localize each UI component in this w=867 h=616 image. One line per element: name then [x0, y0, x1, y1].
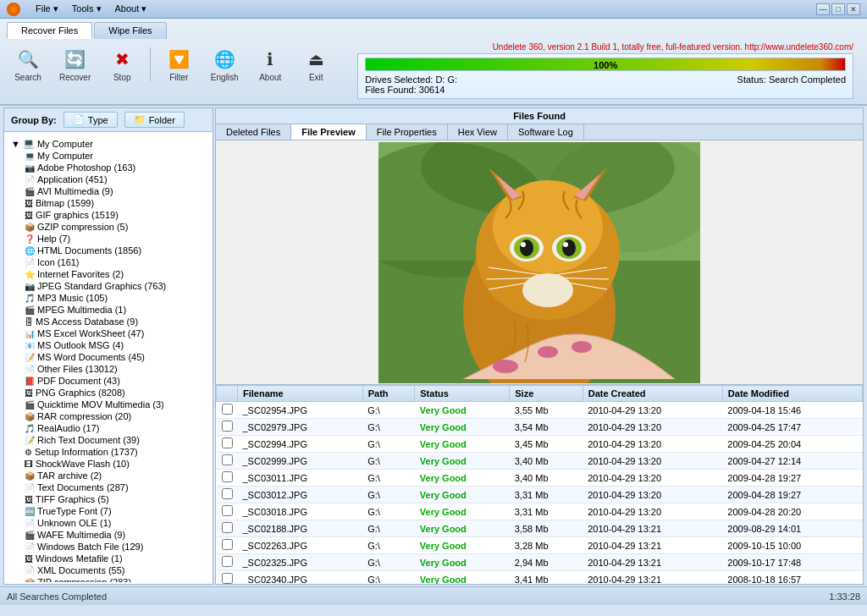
preview-image — [378, 142, 700, 383]
row-check[interactable] — [217, 419, 238, 436]
folder-icon: 📁 — [134, 114, 146, 125]
tree-item[interactable]: 🎬AVI Multimedia (9) — [21, 185, 209, 197]
english-button[interactable]: 🌐 English — [203, 42, 246, 85]
preview-tab-file-preview[interactable]: File Preview — [291, 124, 367, 140]
tree-item[interactable]: ⭐Internet Favorites (2) — [21, 268, 209, 280]
preview-tab-hex-view[interactable]: Hex View — [448, 124, 508, 140]
stop-button[interactable]: ✖ Stop — [101, 42, 143, 85]
tree-item[interactable]: 🖼Bitmap (1599) — [21, 197, 209, 209]
row-created: 2010-04-29 13:21 — [583, 520, 722, 537]
tab-recover-files[interactable]: Recover Files — [7, 22, 92, 39]
ad-banner[interactable]: Undelete 360, version 2.1 Build 1, total… — [351, 42, 860, 52]
recover-button[interactable]: 🔄 Recover — [52, 42, 97, 85]
tree-item[interactable]: 📄Other Files (13012) — [21, 363, 209, 375]
tree-item[interactable]: 🗄MS Access Database (9) — [21, 316, 209, 327]
preview-tabs: Deleted FilesFile PreviewFile Properties… — [215, 124, 864, 140]
tree-item[interactable]: 📄Windows Batch File (129) — [21, 541, 209, 553]
row-check[interactable] — [217, 487, 238, 503]
maximize-button[interactable]: □ — [831, 3, 845, 15]
minimize-button[interactable]: — — [816, 3, 830, 15]
tree-item[interactable]: 🖼PNG Graphics (8208) — [21, 387, 209, 399]
group-by-folder-button[interactable]: 📁 Folder — [124, 112, 185, 128]
tree-item[interactable]: 🎞ShockWave Flash (10) — [21, 458, 209, 470]
menu-tools[interactable]: Tools ▾ — [67, 2, 107, 16]
table-row[interactable]: _SC02325.JPG G:\ Very Good 2,94 Mb 2010-… — [217, 554, 863, 571]
table-row[interactable]: _SC03018.JPG G:\ Very Good 3,31 Mb 2010-… — [217, 503, 863, 520]
tree-item[interactable]: 📦TAR archive (2) — [21, 470, 209, 481]
tree-item[interactable]: 💻My Computer — [21, 150, 209, 162]
tree-item[interactable]: 🎵MP3 Music (105) — [21, 292, 209, 304]
tree-item[interactable]: 📝MS Word Documents (45) — [21, 351, 209, 363]
menu-file[interactable]: File ▾ — [30, 2, 64, 16]
table-row[interactable]: _SC02999.JPG G:\ Very Good 3,40 Mb 2010-… — [217, 453, 863, 470]
row-path: G:\ — [362, 436, 415, 453]
col-filename[interactable]: Filename — [238, 386, 363, 402]
tree-item[interactable]: 📦ZIP compression (283) — [21, 576, 209, 582]
tree-item[interactable]: 📄Unknown OLE (1) — [21, 517, 209, 529]
tree-item[interactable]: ⚙Setup Information (1737) — [21, 446, 209, 458]
about-button[interactable]: ℹ About — [249, 42, 291, 85]
svg-point-27 — [522, 273, 573, 307]
tree-item[interactable]: 🎵RealAudio (17) — [21, 422, 209, 434]
tree-item[interactable]: 📊MS Excel WorkSheet (47) — [21, 327, 209, 339]
row-check[interactable] — [217, 537, 238, 554]
row-check[interactable] — [217, 470, 238, 487]
status-info: Drives Selected: D: G: Files Found: 3061… — [365, 74, 846, 95]
table-row[interactable]: _SC02954.JPG G:\ Very Good 3,55 Mb 2010-… — [217, 402, 863, 419]
col-size[interactable]: Size — [510, 386, 583, 402]
tree-item[interactable]: 🔤TrueType Font (7) — [21, 505, 209, 517]
preview-tab-software-log[interactable]: Software Log — [508, 124, 584, 140]
tree-item[interactable]: 📄Icon (161) — [21, 256, 209, 268]
progress-label: 100% — [366, 58, 845, 72]
tree-item[interactable]: 📄Application (451) — [21, 173, 209, 185]
type-icon: 📄 — [73, 114, 85, 125]
row-check[interactable] — [217, 571, 238, 586]
table-row[interactable]: _SC02979.JPG G:\ Very Good 3,54 Mb 2010-… — [217, 419, 863, 436]
row-path: G:\ — [362, 487, 415, 503]
tree-item[interactable]: ❓Help (7) — [21, 233, 209, 245]
table-row[interactable]: _SC02340.JPG G:\ Very Good 3,41 Mb 2010-… — [217, 571, 863, 586]
tree-node-root[interactable]: ▼ 💻 My Computer — [8, 137, 209, 150]
preview-tab-file-properties[interactable]: File Properties — [367, 124, 448, 140]
drives-status: Drives Selected: D: G: Files Found: 3061… — [365, 74, 457, 95]
row-check[interactable] — [217, 520, 238, 537]
tree-item[interactable]: 🌐HTML Documents (1856) — [21, 245, 209, 256]
table-row[interactable]: _SC03011.JPG G:\ Very Good 3,40 Mb 2010-… — [217, 470, 863, 487]
tree-item[interactable]: 📷JPEG Standard Graphics (763) — [21, 280, 209, 292]
tree-item[interactable]: 🎬MPEG Multimedia (1) — [21, 304, 209, 316]
menu-about[interactable]: About ▾ — [110, 2, 152, 16]
row-check[interactable] — [217, 554, 238, 571]
tree-item[interactable]: 📧MS Outlook MSG (4) — [21, 339, 209, 351]
tree-item[interactable]: 🎬WAFE Multimedia (9) — [21, 529, 209, 541]
search-button[interactable]: 🔍 Search — [7, 42, 49, 85]
col-modified[interactable]: Date Modified — [722, 386, 862, 402]
tree-item[interactable]: 🖼GIF graphics (1519) — [21, 209, 209, 221]
tree-item[interactable]: 🖼TIFF Graphics (5) — [21, 493, 209, 505]
table-row[interactable]: _SC02188.JPG G:\ Very Good 3,58 Mb 2010-… — [217, 520, 863, 537]
row-check[interactable] — [217, 453, 238, 470]
table-row[interactable]: _SC02994.JPG G:\ Very Good 3,45 Mb 2010-… — [217, 436, 863, 453]
tree-item[interactable]: 📕PDF Document (43) — [21, 375, 209, 387]
exit-button[interactable]: ⏏ Exit — [295, 42, 337, 85]
tree-item[interactable]: 🎬Quicktime MOV Multimedia (3) — [21, 399, 209, 410]
filter-button[interactable]: 🔽 Filter — [157, 42, 200, 85]
table-row[interactable]: _SC03012.JPG G:\ Very Good 3,31 Mb 2010-… — [217, 487, 863, 503]
tree-item[interactable]: 📄Text Documents (287) — [21, 481, 209, 493]
preview-tab-deleted-files[interactable]: Deleted Files — [216, 124, 291, 140]
row-check[interactable] — [217, 436, 238, 453]
group-by-type-button[interactable]: 📄 Type — [64, 112, 118, 128]
col-path[interactable]: Path — [362, 386, 415, 402]
tree-item[interactable]: 📦RAR compression (20) — [21, 410, 209, 422]
row-check[interactable] — [217, 503, 238, 520]
tree-item[interactable]: 📷Adobe Photoshop (163) — [21, 162, 209, 173]
row-check[interactable] — [217, 402, 238, 419]
tree-item[interactable]: 🖼Windows Metafile (1) — [21, 553, 209, 564]
table-row[interactable]: _SC02263.JPG G:\ Very Good 3,28 Mb 2010-… — [217, 537, 863, 554]
tree-item[interactable]: 📝Rich Text Document (39) — [21, 434, 209, 446]
col-status[interactable]: Status — [415, 386, 510, 402]
tree-item[interactable]: 📄XML Documents (55) — [21, 564, 209, 576]
tree-item[interactable]: 📦GZIP compression (5) — [21, 221, 209, 233]
tab-wipe-files[interactable]: Wipe Files — [94, 22, 166, 39]
col-created[interactable]: Date Created — [583, 386, 722, 402]
close-button[interactable]: ✕ — [847, 3, 860, 15]
